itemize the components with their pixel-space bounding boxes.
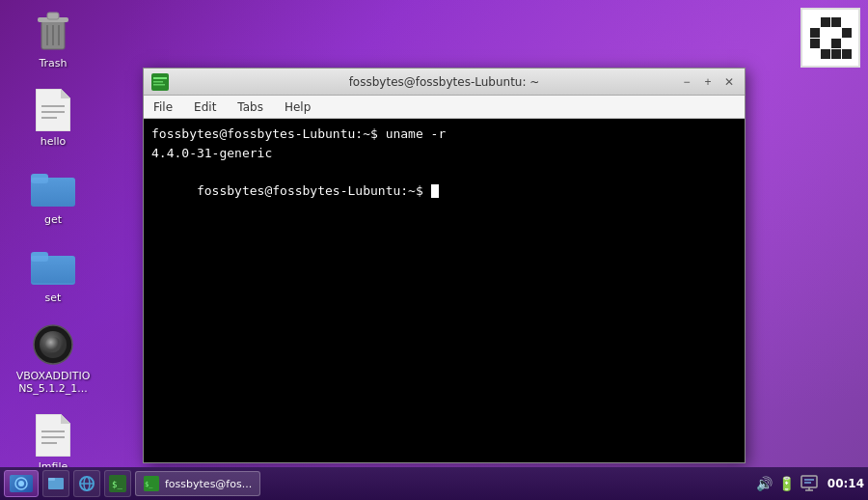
hello-label: hello (41, 135, 67, 148)
terminal-prompt: fossbytes@fossbytes-Lubuntu:~$ (197, 183, 431, 198)
logo-cell (821, 49, 830, 59)
trash-label: Trash (39, 57, 67, 69)
taskbar-browser-icon-btn[interactable] (73, 470, 100, 497)
terminal-icon-area (151, 73, 209, 91)
taskbar-files-icon-btn[interactable] (42, 470, 69, 497)
volume-icon[interactable]: 🔊 (756, 476, 773, 491)
taskbar-active-window[interactable]: $_ fossbytes@fos... (135, 471, 260, 496)
logo-cell (831, 49, 841, 59)
window-terminal-icon: $_ (144, 476, 159, 491)
desktop-icon-trash[interactable]: Trash (10, 5, 96, 73)
terminal-titlebar: fossbytes@fossbytes-Lubuntu: ~ − + ✕ (144, 69, 745, 96)
logo-cell (821, 28, 830, 38)
lubuntu-start-icon (14, 477, 29, 490)
desktop-icon-set[interactable]: set (10, 239, 96, 308)
logo-cell (842, 17, 852, 27)
desktop-icon-area: Trash hello (0, 0, 106, 463)
svg-rect-28 (153, 84, 165, 86)
desktop-icon-vbox[interactable]: VBOXADDITIONS_5.1.2_1... (10, 318, 96, 399)
terminal-menu-file[interactable]: File (149, 98, 176, 116)
browser-icon (78, 475, 95, 492)
lmfile-icon (30, 412, 76, 458)
logo-cell (842, 49, 852, 59)
network-icon[interactable] (800, 474, 818, 494)
svg-rect-26 (153, 77, 167, 79)
terminal-maximize-btn[interactable]: + (700, 74, 716, 90)
terminal-window-icon (151, 73, 169, 91)
terminal-menu-tabs[interactable]: Tabs (233, 98, 267, 116)
taskbar: $_ $_ fossbytes@fos... 🔊 🔋 00:14 (0, 467, 868, 500)
logo-cell (821, 17, 830, 27)
taskbar-window-icon: $_ (144, 476, 159, 491)
terminal-line-1: fossbytes@fossbytes-Lubuntu:~$ uname -r (151, 125, 737, 144)
terminal-cursor (431, 184, 439, 198)
svg-point-30 (18, 481, 24, 486)
vbox-icon (30, 321, 76, 368)
terminal-title: fossbytes@fossbytes-Lubuntu: ~ (209, 75, 679, 89)
start-icon (10, 475, 33, 492)
svg-rect-16 (31, 256, 75, 283)
system-tray: 🔊 🔋 00:14 (756, 474, 864, 494)
svg-marker-7 (61, 89, 70, 98)
desktop-icon-hello[interactable]: hello (10, 83, 96, 152)
svg-rect-40 (801, 476, 817, 487)
desktop-icon-get[interactable]: get (10, 161, 96, 230)
set-label: set (45, 292, 62, 304)
terminal-window: fossbytes@fossbytes-Lubuntu: ~ − + ✕ Fil… (143, 68, 746, 463)
get-folder-icon (30, 165, 76, 211)
trash-icon (30, 9, 76, 55)
terminal-menu-edit[interactable]: Edit (190, 98, 220, 116)
taskbar-window-label: fossbytes@fos... (165, 478, 252, 490)
fossbytes-logo (800, 8, 860, 68)
logo-cell (831, 28, 841, 38)
terminal-minimize-btn[interactable]: − (679, 74, 694, 90)
terminal-body[interactable]: fossbytes@fossbytes-Lubuntu:~$ uname -r … (144, 119, 745, 462)
terminal-controls: − + ✕ (679, 74, 737, 90)
svg-text:$_: $_ (145, 481, 153, 488)
logo-cell (831, 39, 841, 48)
terminal-menu-help[interactable]: Help (281, 98, 314, 116)
logo-cell (810, 17, 820, 27)
logo-grid (810, 17, 852, 59)
get-label: get (44, 213, 62, 226)
svg-rect-13 (31, 178, 75, 207)
logo-cell (810, 28, 820, 38)
svg-text:$_: $_ (112, 480, 122, 489)
network-svg (800, 474, 818, 491)
svg-marker-21 (61, 414, 70, 424)
files-icon (47, 475, 65, 492)
terminal-line-3: fossbytes@fossbytes-Lubuntu:~$ (151, 162, 737, 219)
logo-cell (821, 39, 830, 48)
hello-file-icon (30, 87, 76, 133)
logo-cell (810, 49, 820, 59)
battery-icon[interactable]: 🔋 (778, 476, 795, 491)
svg-rect-2 (47, 13, 59, 19)
vbox-label: VBOXADDITIONS_5.1.2_1... (14, 370, 93, 395)
logo-cell (842, 39, 852, 48)
taskbar-start-button[interactable] (4, 470, 39, 497)
terminal-line-2: 4.4.0-31-generic (151, 144, 737, 163)
terminal-taskbar-icon: $_ (109, 475, 126, 492)
logo-cell (831, 17, 841, 27)
taskbar-time: 00:14 (824, 477, 864, 490)
svg-point-19 (45, 337, 61, 352)
svg-rect-32 (48, 478, 55, 481)
svg-rect-27 (153, 81, 163, 83)
terminal-close-btn[interactable]: ✕ (721, 74, 737, 90)
terminal-menubar: File Edit Tabs Help (144, 96, 745, 119)
set-folder-icon (30, 243, 76, 290)
taskbar-terminal-icon-btn[interactable]: $_ (104, 470, 131, 497)
logo-cell (842, 28, 852, 38)
logo-cell (810, 39, 820, 48)
